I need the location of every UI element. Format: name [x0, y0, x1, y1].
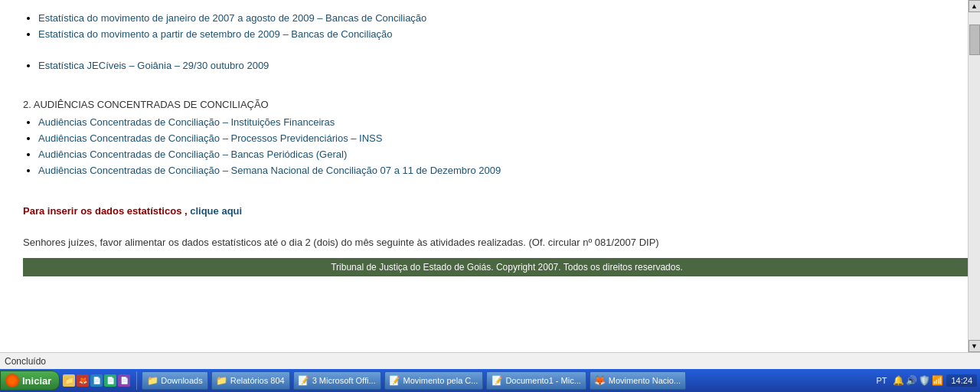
- link-audiencias-inss[interactable]: Audiências Concentradas de Conciliação –…: [38, 132, 382, 144]
- list-item: Audiências Concentradas de Conciliação –…: [38, 149, 942, 160]
- footer-text: Tribunal de Justiça do Estado de Goiás. …: [331, 262, 683, 273]
- link-list-2: Estatística JECíveis – Goiânia – 29/30 o…: [38, 60, 942, 71]
- footer-bar: Tribunal de Justiça do Estado de Goiás. …: [23, 258, 980, 276]
- word-icon-movimento-c: 📝: [390, 375, 400, 386]
- tray-icons: 🔔 🔊 🛡️ 📶: [893, 375, 943, 386]
- taskbar-btn-downloads-label: Downloads: [161, 376, 202, 385]
- folder-icon-relatorios: 📁: [217, 375, 227, 386]
- start-label: Iniciar: [22, 375, 51, 387]
- scrollbar-down-btn[interactable]: ▼: [969, 340, 981, 352]
- insert-link[interactable]: clique aqui: [190, 205, 242, 217]
- tray-icon-1: 🔔: [893, 375, 904, 386]
- link-list-1: Estatística do movimento de janeiro de 2…: [38, 12, 942, 40]
- tray-icon-2: 🔊: [906, 375, 917, 386]
- quicklaunch-icon-3[interactable]: 📄: [90, 374, 103, 387]
- list-item: Estatística do movimento de janeiro de 2…: [38, 12, 942, 24]
- start-icon: [5, 374, 19, 387]
- quicklaunch-icon-2[interactable]: 🦊: [77, 374, 89, 387]
- taskbar-btn-downloads[interactable]: 📁 Downloads: [142, 371, 207, 390]
- taskbar-btn-relatorios[interactable]: 📁 Relatórios 804: [211, 371, 290, 390]
- tray-icon-4: 📶: [932, 375, 943, 386]
- status-bar: Concluído: [0, 352, 980, 369]
- quicklaunch-icon-4[interactable]: 📄: [104, 374, 116, 387]
- link-audiencias-bancas[interactable]: Audiências Concentradas de Conciliação –…: [38, 149, 347, 160]
- taskbar-btn-relatorios-label: Relatórios 804: [230, 376, 285, 385]
- folder-icon-downloads: 📁: [147, 375, 158, 386]
- scrollbar[interactable]: ▲ ▼: [968, 0, 980, 352]
- word-icon-documento1: 📝: [492, 375, 502, 386]
- taskbar-btn-msoffice-label: 3 Microsoft Offi...: [312, 376, 376, 385]
- scrollbar-up-btn[interactable]: ▲: [969, 0, 981, 12]
- link-estatistica-set2009[interactable]: Estatística do movimento a partir de set…: [38, 28, 392, 40]
- taskbar-btn-msoffice[interactable]: 📝 3 Microsoft Offi...: [293, 371, 381, 390]
- taskbar-btn-movimento-n[interactable]: 🦊 Movimento Nacio...: [590, 371, 686, 390]
- page-wrapper: ▲ ▼ Estatística do movimento de janeiro …: [0, 0, 980, 392]
- scrollbar-track: [969, 12, 980, 352]
- taskbar-tray: PT 🔔 🔊 🛡️ 📶 14:24: [873, 374, 980, 387]
- notice-text: Senhores juízes, favor alimentar os dado…: [23, 235, 942, 250]
- list-item: Audiências Concentradas de Conciliação –…: [38, 116, 942, 128]
- list-item: Audiências Concentradas de Conciliação –…: [38, 132, 942, 144]
- list-item: Estatística do movimento a partir de set…: [38, 28, 942, 40]
- link-estatistica-jecivies[interactable]: Estatística JECíveis – Goiânia – 29/30 o…: [38, 60, 269, 71]
- link-audiencias-financeiras[interactable]: Audiências Concentradas de Conciliação –…: [38, 116, 335, 128]
- link-list-section2: Audiências Concentradas de Conciliação –…: [38, 116, 942, 176]
- status-text: Concluído: [5, 356, 46, 367]
- scrollbar-thumb[interactable]: [969, 24, 980, 55]
- firefox-icon-movimento-n: 🦊: [595, 375, 606, 386]
- main-content: ▲ ▼ Estatística do movimento de janeiro …: [0, 0, 980, 352]
- quicklaunch-icon-1[interactable]: 📁: [63, 374, 75, 387]
- taskbar: Iniciar 📁 🦊 📄 📄 📄 📁 Downloads 📁 Relatóri…: [0, 369, 980, 392]
- section2-heading: 2. AUDIÊNCIAS CONCENTRADAS DE CONCILIAÇÃ…: [23, 99, 942, 110]
- taskbar-btn-documento1[interactable]: 📝 Documento1 - Mic...: [486, 371, 586, 390]
- taskbar-btn-movimento-n-label: Movimento Nacio...: [609, 376, 681, 385]
- tray-icon-3: 🛡️: [919, 375, 930, 386]
- taskbar-btn-movimento-c[interactable]: 📝 Movimento pela C...: [384, 371, 484, 390]
- insert-static-text: Para inserir os dados estatísticos ,: [23, 205, 188, 217]
- word-icon-msoffice: 📝: [299, 375, 309, 386]
- clock: 14:24: [946, 374, 977, 387]
- taskbar-btn-documento1-label: Documento1 - Mic...: [505, 376, 580, 385]
- link-estatistica-jan2007[interactable]: Estatística do movimento de janeiro de 2…: [38, 12, 426, 24]
- list-item: Audiências Concentradas de Conciliação –…: [38, 165, 942, 176]
- list-item: Estatística JECíveis – Goiânia – 29/30 o…: [38, 60, 942, 71]
- start-button[interactable]: Iniciar: [0, 371, 60, 390]
- quicklaunch-icon-5[interactable]: 📄: [118, 374, 130, 387]
- taskbar-btn-movimento-c-label: Movimento pela C...: [403, 376, 479, 385]
- link-audiencias-semana[interactable]: Audiências Concentradas de Conciliação –…: [38, 165, 501, 176]
- insert-stats-line: Para inserir os dados estatísticos , cli…: [23, 205, 942, 217]
- language-badge: PT: [873, 374, 890, 387]
